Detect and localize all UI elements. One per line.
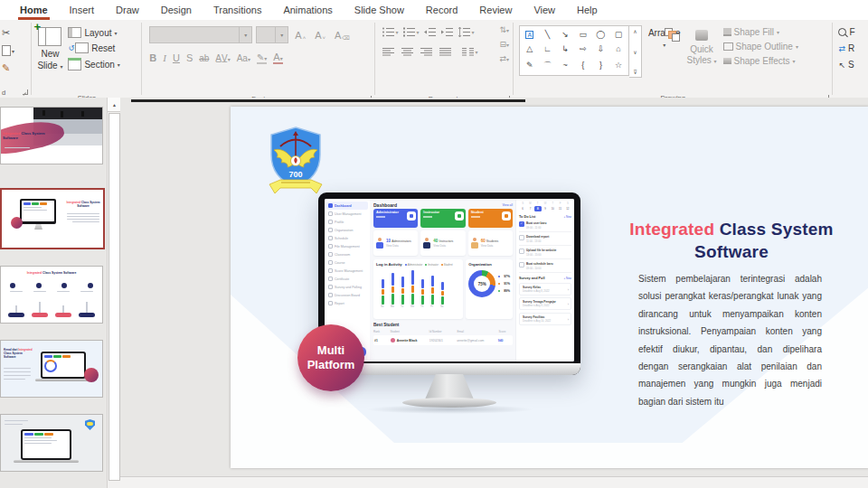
dashboard-main: Dashboard View all Administrator Instruc… [370, 199, 515, 361]
bold-button[interactable]: B [149, 52, 156, 63]
slide-thumbnail-1[interactable]: Integrated Class System Software [0, 107, 103, 164]
tab-transitions[interactable]: Transitions [203, 0, 272, 20]
dash-nav-item: Score Management [326, 267, 368, 275]
shapes-gallery-scroll[interactable]: ∧∨⊽ [629, 25, 642, 78]
change-case-button[interactable]: Aa▾ [237, 53, 250, 63]
tab-home[interactable]: Home [9, 0, 59, 20]
todo-item: Buat schedule baru09:00 - 10:00 [519, 259, 571, 273]
group-font: ▾ ▾ A˄ A˅ A⌫ B I U S ab A̲V̲▾ Aa▾ ✎▾ A▾ … [142, 20, 374, 104]
format-painter-icon[interactable]: ✎ [2, 62, 31, 74]
dash-nav-item: Dashboard [326, 202, 368, 210]
text-shadow-button[interactable]: S [186, 52, 193, 63]
group-slides: New Slide ▾ Layout▾ ↺ Reset Section▾ Sli… [32, 20, 141, 103]
shape-outline-button[interactable]: Shape Outline▾ [723, 42, 798, 52]
tab-slide-show[interactable]: Slide Show [344, 0, 415, 20]
slide-thumbnail-4[interactable]: Kenal dari Integrated Class System Softw… [0, 340, 103, 398]
text-direction-button[interactable]: ⇅▾ [499, 25, 509, 34]
survey-item: Survey Tenaga Pengajar Deadline is Aug 9… [519, 297, 571, 310]
stacked-bars [382, 270, 458, 305]
cut-icon[interactable]: ✂ [2, 27, 31, 39]
bg-bottom-strip [231, 443, 868, 468]
justify-button[interactable] [438, 46, 453, 58]
thumb2-badge [11, 217, 23, 229]
shape-outline-icon [723, 42, 733, 51]
todo-item: Buat user baru09:00 - 11:00 [519, 219, 571, 232]
increase-font-size-button[interactable]: A˄ [292, 30, 308, 41]
decrease-indent-button[interactable] [422, 26, 438, 38]
dash-nav-item: Schedule [326, 234, 368, 242]
underline-button[interactable]: U [173, 52, 180, 63]
stat-card-instructors: 40 Instructors View Data [420, 230, 465, 256]
scrollbar-thumb[interactable] [108, 113, 120, 481]
replace-button[interactable]: ⇄ R [838, 43, 868, 53]
new-slide-button[interactable]: New Slide ▾ [37, 25, 62, 103]
squadron-logo[interactable]: 700 [267, 125, 325, 199]
slide-title[interactable]: Integrated Class System Software [618, 219, 845, 263]
shape-effects-button[interactable]: Shape Effects▾ [723, 56, 798, 66]
multi-platform-badge[interactable]: Multi Platform [297, 324, 364, 391]
tab-animations[interactable]: Animations [272, 0, 343, 20]
tab-record[interactable]: Record [415, 0, 468, 20]
section-button[interactable]: Section▾ [68, 58, 119, 70]
tab-design[interactable]: Design [150, 0, 203, 20]
reset-button[interactable]: ↺ Reset [68, 42, 119, 53]
slide-body-text[interactable]: Sistem pembelajaran terintegrasi adalah … [638, 270, 822, 410]
font-color-button[interactable]: A▾ [273, 52, 282, 64]
align-center-button[interactable] [400, 46, 415, 58]
layout-button[interactable]: Layout▾ [68, 27, 119, 38]
todo-item: Upload file ke website13:00 - 15:00 [519, 246, 571, 259]
previous-slide-edge [131, 99, 525, 102]
slide-canvas[interactable]: 700 Dashboard User Management Profile Or… [231, 107, 868, 468]
shape-fill-button[interactable]: Shape Fill▾ [723, 27, 798, 37]
slide-thumbnail-5[interactable] [0, 414, 103, 472]
shapes-gallery[interactable]: A ╲↘▭◯▢ △∟↳⇨⇩⌂ ✎⌒~{}☆ [519, 25, 629, 76]
find-button[interactable]: F [838, 27, 868, 37]
dash-view-all-link: View all [502, 203, 513, 207]
increase-indent-button[interactable] [439, 26, 455, 38]
convert-smartart-button[interactable]: ⇄▾ [499, 54, 509, 63]
clipboard-dialog-launcher[interactable] [23, 89, 28, 95]
survey-header: Survey and Poll+ New [519, 277, 571, 280]
select-icon: ↖ [838, 61, 845, 70]
align-text-button[interactable]: ⊟▾ [499, 40, 509, 49]
tab-draw[interactable]: Draw [105, 0, 150, 20]
slide-thumbnail-3[interactable]: Integrated Class System Software [0, 266, 103, 324]
align-right-button[interactable] [419, 46, 434, 58]
group-paragraph: ▾ ▾ ▾ [375, 20, 513, 104]
bullets-button[interactable]: ▾ [381, 26, 400, 38]
highlight-color-button[interactable]: ✎▾ [257, 52, 267, 64]
italic-button[interactable]: I [163, 52, 166, 63]
columns-button[interactable]: ▾ [460, 46, 479, 58]
arrange-button[interactable]: Arrange▾ [648, 25, 681, 103]
monitor-stand-neck [425, 374, 474, 399]
group-clipboard: ✂ ▾ ✎ d [0, 20, 31, 98]
group-editing: F ⇄ R ↖ S E [833, 20, 868, 105]
tab-insert[interactable]: Insert [59, 0, 106, 20]
line-spacing-button[interactable]: ▾ [457, 26, 476, 38]
tab-help[interactable]: Help [566, 0, 609, 20]
dashboard-right-panel: SM TW TF S 67 89 1011 12 To Do List+ New… [515, 199, 574, 361]
quick-styles-button[interactable]: Quick Styles ▾ [686, 25, 716, 103]
scrollbar-up-arrow[interactable]: ▲ [108, 98, 121, 112]
select-button[interactable]: ↖ S [838, 60, 868, 70]
survey-item: Survey Kelas Deadline is Aug 8, 2022› [519, 283, 571, 296]
login-activity-chart: Log in Activity Administrator Instructor… [373, 259, 463, 319]
survey-item: Survey Fasilitas Deadline is Aug 10, 202… [519, 313, 571, 325]
clear-formatting-button[interactable]: A⌫ [332, 30, 353, 41]
decrease-font-size-button[interactable]: A˅ [312, 30, 328, 41]
strikethrough-button[interactable]: ab [199, 53, 209, 63]
tab-review[interactable]: Review [468, 0, 523, 20]
copy-icon[interactable]: ▾ [2, 45, 31, 56]
layout-icon [68, 27, 81, 38]
font-name-select[interactable]: ▾ [149, 26, 252, 43]
mini-calendar: SM TW TF S 67 89 1011 12 [519, 202, 571, 211]
dash-nav-item: Discussion Board [326, 291, 368, 299]
slide-thumbnail-2-selected[interactable]: Integrated Class System Software [0, 188, 105, 249]
align-left-button[interactable] [381, 46, 396, 58]
font-size-select[interactable]: ▾ [256, 26, 288, 43]
group-drawing: A ╲↘▭◯▢ △∟↳⇨⇩⌂ ✎⌒~{}☆ ∧∨⊽ Arrange▾ [514, 20, 833, 103]
section-icon [68, 58, 81, 70]
character-spacing-button[interactable]: A̲V̲▾ [215, 53, 230, 63]
numbering-button[interactable]: ▾ [401, 26, 420, 38]
tab-view[interactable]: View [523, 0, 566, 20]
